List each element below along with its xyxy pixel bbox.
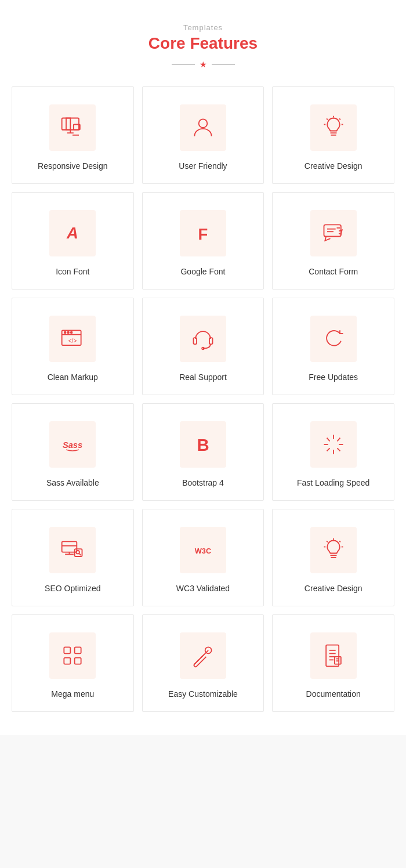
svg-line-35 [337, 448, 340, 451]
sass-available-icon-box: Sass [49, 421, 96, 468]
svg-line-53 [327, 541, 328, 542]
svg-rect-17 [324, 225, 340, 236]
bootstrap-4-label: Bootstrap 4 [182, 478, 224, 487]
user-friendly-label: User Friendly [179, 161, 227, 171]
responsive-design-icon-box [49, 104, 96, 151]
svg-point-45 [77, 551, 80, 554]
free-updates-icon-box [310, 316, 357, 362]
feature-card-wc3-validated: W3C WC3 Validated [142, 509, 264, 606]
creative-design-2-icon-box [310, 527, 357, 573]
fast-loading-icon-box [310, 421, 357, 468]
bootstrap-4-icon-box: B [180, 421, 226, 468]
creative-design-1-label: Creative Design [304, 161, 362, 171]
section-label: Templates [12, 23, 394, 32]
divider: ★ [12, 60, 394, 69]
svg-text:B: B [197, 435, 209, 454]
svg-line-37 [327, 448, 329, 451]
google-font-label: Google Font [180, 267, 225, 276]
svg-text:F: F [198, 225, 208, 243]
divider-line-left [172, 64, 195, 65]
contact-form-label: Contact Form [309, 267, 358, 276]
svg-line-39 [327, 438, 329, 442]
svg-line-14 [339, 118, 340, 120]
mega-menu-icon-box [49, 632, 96, 679]
svg-text:Sass: Sass [63, 440, 82, 450]
svg-rect-58 [75, 658, 81, 664]
clean-markup-icon-box: </> [49, 316, 96, 362]
creative-design-1-icon-box [310, 104, 357, 151]
wc3-validated-label: WC3 Validated [176, 584, 230, 593]
feature-card-seo-optimized: SEO Optimized [12, 509, 134, 606]
svg-text:W3C: W3C [195, 547, 212, 555]
section-title: Core Features [12, 34, 394, 53]
feature-card-icon-font: A Icon Font [12, 192, 134, 290]
free-updates-label: Free Updates [309, 372, 358, 382]
easy-customizable-label: Easy Customizable [168, 689, 238, 699]
seo-optimized-icon-box [49, 527, 96, 573]
icon-font-icon-box: A [49, 210, 96, 256]
google-font-icon-box: F [180, 210, 226, 256]
real-support-icon-box [180, 316, 226, 362]
svg-rect-27 [193, 338, 197, 344]
fast-loading-label: Fast Loading Speed [297, 478, 369, 487]
creative-design-2-label: Creative Design [304, 584, 362, 593]
svg-line-13 [327, 118, 328, 120]
easy-customizable-icon-box [180, 632, 226, 679]
icon-font-label: Icon Font [56, 267, 89, 276]
feature-card-user-friendly: User Friendly [142, 86, 264, 184]
svg-rect-28 [209, 338, 213, 344]
features-grid: Responsive Design User Friendly Creative… [12, 86, 394, 712]
feature-card-bootstrap-4: B Bootstrap 4 [142, 403, 264, 501]
svg-point-7 [199, 119, 208, 128]
sass-available-label: Sass Available [46, 478, 99, 487]
wc3-validated-icon-box: W3C [180, 527, 226, 573]
feature-card-creative-design-1: Creative Design [272, 86, 394, 184]
feature-card-free-updates: Free Updates [272, 298, 394, 395]
star-icon: ★ [200, 60, 207, 69]
feature-card-real-support: Real Support [142, 298, 264, 395]
feature-card-sass-available: Sass Sass Available [12, 403, 134, 501]
real-support-label: Real Support [179, 372, 227, 382]
feature-card-documentation: Documentation [272, 614, 394, 712]
seo-optimized-label: SEO Optimized [45, 584, 100, 593]
feature-card-creative-design-2: Creative Design [272, 509, 394, 606]
user-friendly-icon-box [180, 104, 226, 151]
svg-rect-55 [64, 647, 71, 653]
svg-point-23 [64, 332, 66, 334]
svg-line-46 [79, 554, 81, 555]
divider-line-right [212, 64, 235, 65]
svg-point-24 [68, 332, 70, 334]
svg-rect-56 [75, 647, 81, 653]
mega-menu-label: Mega menu [51, 689, 94, 699]
page-wrapper: Templates Core Features ★ Responsive Des… [0, 0, 406, 735]
svg-rect-57 [64, 658, 71, 664]
documentation-label: Documentation [306, 689, 361, 699]
svg-rect-1 [66, 118, 70, 130]
contact-form-icon-box [310, 210, 357, 256]
feature-card-fast-loading: Fast Loading Speed [272, 403, 394, 501]
documentation-icon-box [310, 632, 357, 679]
feature-card-contact-form: Contact Form [272, 192, 394, 290]
feature-card-clean-markup: </> Clean Markup [12, 298, 134, 395]
feature-card-mega-menu: Mega menu [12, 614, 134, 712]
svg-line-33 [337, 438, 340, 442]
feature-card-google-font: F Google Font [142, 192, 264, 290]
svg-point-25 [71, 332, 72, 334]
svg-text:A: A [66, 224, 78, 242]
clean-markup-label: Clean Markup [48, 372, 98, 382]
feature-card-easy-customizable: Easy Customizable [142, 614, 264, 712]
responsive-design-label: Responsive Design [38, 161, 108, 171]
svg-line-54 [339, 541, 340, 542]
svg-rect-63 [326, 645, 339, 667]
svg-text:</>: </> [68, 338, 77, 344]
feature-card-responsive-design: Responsive Design [12, 86, 134, 184]
